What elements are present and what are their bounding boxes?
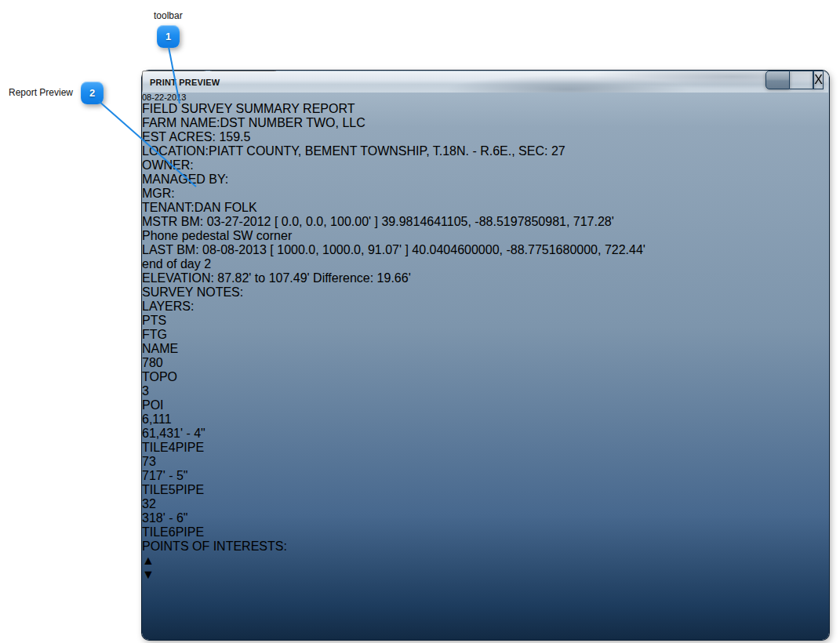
- annotation-label-toolbar: toolbar: [154, 10, 183, 21]
- annotation-label-report-preview: Report Preview: [9, 87, 73, 98]
- report-title: FIELD SURVEY SUMMARY REPORT: [142, 102, 829, 116]
- table-cell: 61,431' - 4": [142, 427, 231, 441]
- table-cell: 780: [142, 356, 177, 370]
- location-line: LOCATION:PIATT COUNTY, BEMENT TOWNSHIP, …: [142, 144, 829, 158]
- table-cell: TILE4PIPE: [142, 441, 829, 455]
- table-cell: TILE5PIPE: [142, 483, 829, 497]
- layers-col-header-name: NAME: [142, 342, 829, 356]
- mstr-bm-line: MSTR BM: 03-27-2012 [ 0.0, 0.0, 100.00' …: [142, 215, 829, 229]
- annotation-badge-2: 2: [81, 82, 104, 104]
- table-cell: TILE6PIPE: [142, 525, 829, 539]
- window-client-area: PRINT SETUP 08-22-2013 FIELD SURVEY SUMM…: [142, 71, 829, 582]
- report-page[interactable]: 08-22-2013 FIELD SURVEY SUMMARY REPORT F…: [142, 93, 829, 554]
- table-cell: 318' - 6": [142, 511, 231, 525]
- report-date: 08-22-2013: [142, 93, 829, 102]
- survey-notes-heading: SURVEY NOTES:: [142, 285, 829, 300]
- tenant-line: TENANT:DAN FOLK: [142, 201, 829, 215]
- poi-heading: POINTS OF INTERESTS:: [142, 539, 829, 554]
- farm-name-line: FARM NAME:DST NUMBER TWO, LLC: [142, 116, 829, 130]
- title-bar[interactable]: PRINT PREVIEW: [143, 71, 828, 93]
- layers-col-header-ftg: FTG: [142, 328, 829, 342]
- est-acres-line: EST ACRES: 159.5: [142, 130, 829, 144]
- table-cell: 6,111: [142, 412, 177, 427]
- mstr-bm-note: Phone pedestal SW corner: [142, 229, 829, 243]
- table-cell: TOPO: [142, 370, 829, 384]
- last-bm-note: end of day 2: [142, 257, 829, 271]
- table-cell: 73: [142, 455, 177, 469]
- close-button[interactable]: X: [813, 71, 824, 89]
- elevation-line: ELEVATION: 87.82' to 107.49' Difference:…: [142, 271, 829, 285]
- table-cell: 717' - 5": [142, 469, 231, 483]
- last-bm-line: LAST BM: 08-08-2013 [ 1000.0, 1000.0, 91…: [142, 243, 829, 257]
- report-preview: 08-22-2013 FIELD SURVEY SUMMARY REPORT F…: [142, 93, 829, 582]
- scroll-down-icon[interactable]: ▼: [142, 568, 829, 582]
- close-icon: X: [814, 73, 823, 87]
- layers-heading: LAYERS:: [142, 300, 829, 314]
- window-controls: X: [765, 71, 824, 89]
- print-preview-window: PRINT PREVIEW X PRINT: [142, 71, 829, 640]
- layers-col-header-pts: PTS: [142, 314, 829, 328]
- minimize-button[interactable]: [765, 71, 790, 89]
- mgr-line: MGR:: [142, 187, 829, 201]
- table-cell: 3: [142, 384, 177, 398]
- window-title: PRINT PREVIEW: [143, 78, 220, 87]
- maximize-button[interactable]: [790, 71, 813, 89]
- annotation-badge-1: 1: [157, 25, 180, 48]
- vertical-scrollbar[interactable]: ▲ ▼: [142, 554, 829, 582]
- table-cell: POI: [142, 398, 829, 412]
- table-cell: 32: [142, 497, 177, 511]
- scroll-up-icon[interactable]: ▲: [142, 554, 829, 568]
- owner-line: OWNER:: [142, 158, 829, 173]
- managed-by-line: MANAGED BY:: [142, 173, 829, 187]
